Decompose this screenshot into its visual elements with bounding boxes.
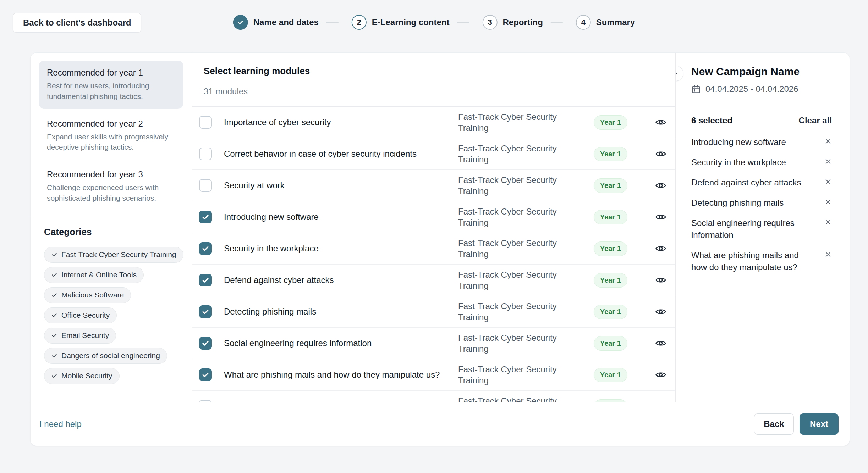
category-chip-label: Office Security — [61, 311, 110, 319]
module-row[interactable]: Correct behavior in case of cyber securi… — [192, 138, 675, 170]
step-label: Summary — [596, 17, 635, 27]
categories-title: Categories — [44, 227, 183, 238]
close-icon — [824, 251, 832, 258]
module-row[interactable]: Social engineering requires information … — [192, 328, 675, 359]
check-icon — [51, 373, 57, 379]
module-row[interactable]: What are phishing mails and how do they … — [192, 359, 675, 391]
preview-eye-icon[interactable] — [655, 274, 666, 286]
wizard-step[interactable]: 3 Reporting — [450, 15, 543, 30]
campaign-date-range: 04.04.2025 - 04.04.2026 — [691, 84, 834, 94]
year-badge: Year 1 — [594, 210, 627, 224]
preview-eye-icon[interactable] — [655, 117, 666, 128]
categories-section: Categories Fast-Track Cyber Security Tra… — [39, 227, 183, 384]
module-category: Fast-Track Cyber Security Training — [458, 143, 575, 165]
category-chip[interactable]: Fast-Track Cyber Security Training — [44, 247, 183, 263]
summary-header: New Campaign Name 04.04.2025 - 04.04.202… — [676, 53, 850, 104]
module-checkbox[interactable] — [199, 179, 212, 192]
module-name: Introducing new software — [224, 212, 458, 222]
remove-module-button[interactable] — [824, 177, 832, 187]
step-label: E-Learning content — [372, 17, 450, 27]
module-row[interactable]: Introducing new software Fast-Track Cybe… — [192, 201, 675, 233]
back-to-dashboard-button[interactable]: Back to client's dashboard — [13, 13, 141, 33]
clear-all-button[interactable]: Clear all — [799, 116, 832, 126]
back-button[interactable]: Back — [754, 413, 794, 435]
module-row[interactable]: Fast-Track Cyber Security Training Year … — [192, 391, 675, 402]
module-row[interactable]: Security at work Fast-Track Cyber Securi… — [192, 170, 675, 201]
check-icon — [201, 276, 210, 284]
check-icon — [201, 339, 210, 347]
category-chip-label: Fast-Track Cyber Security Training — [61, 250, 176, 259]
recommendation-item[interactable]: Recommended for year 1 Best for new user… — [39, 61, 183, 109]
preview-eye-icon[interactable] — [655, 211, 666, 223]
category-chip[interactable]: Malicious Software — [44, 287, 131, 303]
module-row[interactable]: Importance of cyber security Fast-Track … — [192, 107, 675, 138]
module-category: Fast-Track Cyber Security Training — [458, 395, 575, 402]
module-checkbox[interactable] — [199, 211, 212, 223]
module-checkbox[interactable] — [199, 274, 212, 286]
module-checkbox[interactable] — [199, 148, 212, 160]
wizard-step[interactable]: 2 E-Learning content — [319, 15, 450, 30]
module-name: What are phishing mails and how do they … — [224, 370, 458, 380]
module-checkbox[interactable] — [199, 305, 212, 318]
preview-eye-icon[interactable] — [655, 243, 666, 254]
close-icon — [824, 158, 832, 165]
module-checkbox[interactable] — [199, 368, 212, 381]
remove-module-button[interactable] — [824, 217, 832, 227]
preview-eye-icon[interactable] — [655, 180, 666, 191]
selected-module-label: Security in the workplace — [691, 156, 786, 168]
year-badge: Year 1 — [594, 336, 627, 351]
recommendation-item[interactable]: Recommended for year 3 Challenge experie… — [39, 162, 183, 211]
module-category: Fast-Track Cyber Security Training — [458, 206, 575, 228]
category-chip[interactable]: Office Security — [44, 307, 117, 323]
close-icon — [824, 178, 832, 185]
help-link[interactable]: I need help — [39, 419, 82, 429]
module-row[interactable]: Detecting phishing mails Fast-Track Cybe… — [192, 296, 675, 328]
recommendation-description: Expand user skills with progressively de… — [47, 132, 175, 153]
year-badge: Year 1 — [594, 273, 627, 288]
remove-module-button[interactable] — [824, 136, 832, 146]
remove-module-button[interactable] — [824, 249, 832, 259]
step-number: 3 — [488, 18, 492, 27]
selected-module-label: Introducing new software — [691, 136, 786, 148]
step-circle: 4 — [576, 15, 591, 30]
recommendation-item[interactable]: Recommended for year 2 Expand user skill… — [39, 112, 183, 160]
campaign-wizard-card: Recommended for year 1 Best for new user… — [30, 52, 850, 446]
category-chip-list: Fast-Track Cyber Security Training Inter… — [44, 247, 183, 384]
modules-panel-title: Select learning modules — [204, 66, 675, 77]
module-name: Correct behavior in case of cyber securi… — [224, 149, 458, 159]
preview-eye-icon[interactable] — [655, 306, 666, 317]
remove-module-button[interactable] — [824, 156, 832, 166]
category-chip[interactable]: Dangers of social engineering — [44, 348, 167, 364]
module-checkbox[interactable] — [199, 116, 212, 129]
module-category: Fast-Track Cyber Security Training — [458, 269, 575, 291]
module-checkbox[interactable] — [199, 337, 212, 350]
module-category: Fast-Track Cyber Security Training — [458, 174, 575, 196]
wizard-step[interactable]: 4 Summary — [543, 15, 635, 30]
preview-eye-icon[interactable] — [655, 338, 666, 349]
calendar-icon — [691, 84, 701, 94]
module-name: Security at work — [224, 180, 458, 190]
step-circle: 3 — [483, 15, 498, 30]
category-chip-label: Malicious Software — [61, 291, 124, 299]
wizard-stepper: Name and dates 2 E-Learning content 3 Re… — [233, 15, 635, 30]
remove-module-button[interactable] — [824, 197, 832, 207]
category-chip[interactable]: Email Security — [44, 328, 116, 344]
year-badge: Year 1 — [594, 399, 627, 402]
selected-module-label: Detecting phishing mails — [691, 197, 784, 209]
category-chip[interactable]: Mobile Security — [44, 368, 120, 384]
check-icon — [51, 251, 57, 258]
wizard-step[interactable]: Name and dates — [233, 15, 319, 30]
module-checkbox[interactable] — [199, 242, 212, 255]
module-name: Social engineering requires information — [224, 338, 458, 348]
module-row[interactable]: Defend against cyber attacks Fast-Track … — [192, 265, 675, 296]
year-badge: Year 1 — [594, 178, 627, 193]
module-row[interactable]: Security in the workplace Fast-Track Cyb… — [192, 233, 675, 265]
next-button[interactable]: Next — [800, 413, 839, 435]
selected-header: 6 selected Clear all — [676, 104, 850, 126]
selected-module-label: Defend against cyber attacks — [691, 177, 801, 189]
preview-eye-icon[interactable] — [655, 369, 666, 380]
recommendation-title: Recommended for year 3 — [47, 169, 175, 179]
preview-eye-icon[interactable] — [655, 148, 666, 160]
selected-module-label: What are phishing mails and how do they … — [691, 249, 808, 273]
category-chip[interactable]: Internet & Online Tools — [44, 267, 144, 283]
